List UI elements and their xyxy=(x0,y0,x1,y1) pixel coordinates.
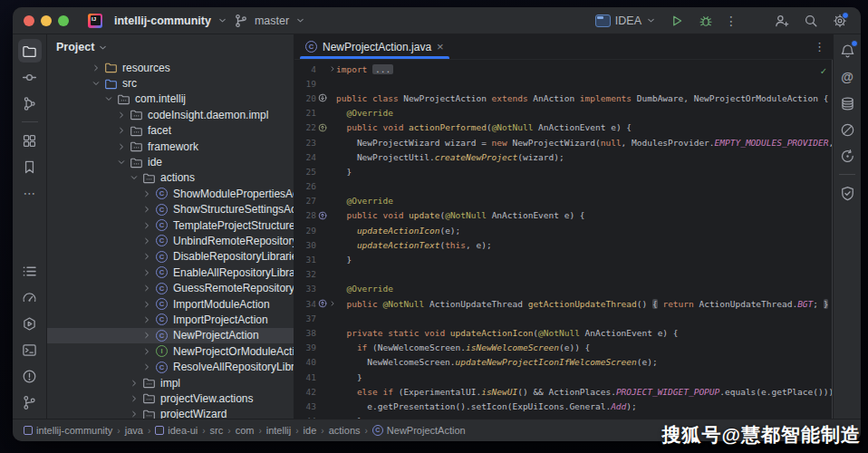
chevron-down-icon[interactable] xyxy=(91,78,101,89)
chevron-right-icon[interactable] xyxy=(116,141,127,152)
maximize-window-button[interactable] xyxy=(58,15,69,26)
debug-button[interactable] xyxy=(696,11,716,31)
trusted-shield-tool-button[interactable] xyxy=(835,181,859,205)
breadcrumb-item-intellij[interactable]: intellij xyxy=(266,425,292,436)
project-panel-header[interactable]: Project xyxy=(47,34,294,60)
vcs-graph-tool-button[interactable] xyxy=(18,92,42,115)
chevron-right-icon[interactable] xyxy=(141,251,152,262)
fold-chevron-icon[interactable] xyxy=(328,300,336,307)
chevron-right-icon[interactable] xyxy=(141,299,152,310)
chevron-right-icon[interactable] xyxy=(91,63,101,73)
tree-item-com-intellij[interactable]: com.intellij xyxy=(47,92,294,107)
todo-tool-button[interactable] xyxy=(18,259,42,283)
tab-newprojectaction-java[interactable]: C NewProjectAction.java × xyxy=(296,34,453,59)
chevron-right-icon[interactable] xyxy=(141,236,152,246)
chevron-down-icon[interactable] xyxy=(129,172,140,183)
commit-tool-button[interactable] xyxy=(18,65,42,89)
chevron-right-icon[interactable] xyxy=(129,409,140,419)
chevron-right-icon[interactable] xyxy=(116,110,127,120)
chevron-right-icon[interactable] xyxy=(141,361,152,372)
chevron-right-icon[interactable] xyxy=(141,283,152,294)
tree-item-importprojectaction[interactable]: CImportProjectAction xyxy=(47,312,294,327)
code-line-41[interactable]: 41 } xyxy=(294,370,833,384)
chevron-right-icon[interactable] xyxy=(141,220,152,231)
chevron-right-icon[interactable] xyxy=(141,204,152,215)
code-line-4[interactable]: 4import ... xyxy=(294,62,833,76)
more-tool-windows-tool-button[interactable]: ⋯ xyxy=(18,181,42,205)
breadcrumb-item-newprojectaction[interactable]: CNewProjectAction xyxy=(372,425,466,436)
code-line-23[interactable]: 23 NewProjectWizard wizard = new NewProj… xyxy=(294,135,833,149)
tree-item-newprojectormoduleaction[interactable]: INewProjectOrModuleAction xyxy=(47,343,294,359)
code-line-39[interactable]: 39 if (NewWelcomeScreen.isNewWelcomeScre… xyxy=(294,341,833,355)
tree-item-resolveallrepositorylibrarie[interactable]: CResolveAllRepositoryLibrarie xyxy=(47,359,294,374)
minimize-window-button[interactable] xyxy=(41,15,52,26)
code-line-40[interactable]: 40 NewWelcomeScreen.updateNewProjectIcon… xyxy=(294,355,833,370)
more-vertical-icon[interactable]: ⋮ xyxy=(814,40,825,53)
services-tool-button[interactable] xyxy=(18,312,42,335)
class-gutter-icon[interactable] xyxy=(318,93,327,102)
chevron-right-icon[interactable] xyxy=(141,314,152,325)
add-person-icon[interactable] xyxy=(772,11,792,31)
code-line-25[interactable]: 25 } xyxy=(294,164,833,178)
chevron-right-icon[interactable] xyxy=(129,393,140,404)
code-line-33[interactable]: 33 @Override xyxy=(294,282,833,296)
code-line-21[interactable]: 21 @Override xyxy=(294,106,833,120)
tree-item-showmodulepropertiesactio[interactable]: CShowModulePropertiesActio xyxy=(47,186,294,201)
code-line-42[interactable]: 42 else if (ExperimentalUI.isNewUI() && … xyxy=(294,384,833,399)
code-line-26[interactable]: 26 xyxy=(294,179,833,194)
tree-item-enableallrepositorylibraries[interactable]: CEnableAllRepositoryLibraries xyxy=(47,265,294,280)
no-entry-tool-tool-button[interactable] xyxy=(835,118,859,141)
chevron-down-icon[interactable] xyxy=(98,43,108,53)
override-gutter-icon[interactable] xyxy=(318,299,327,308)
code-line-20[interactable]: 20public class NewProjectAction extends … xyxy=(294,91,833,105)
code-line-44[interactable]: 44 } xyxy=(294,414,833,419)
breadcrumb-item-actions[interactable]: actions xyxy=(329,425,361,436)
editor-scrollbar[interactable] xyxy=(832,60,833,419)
project-switcher[interactable]: intellij-community xyxy=(114,14,211,27)
chevron-right-icon[interactable] xyxy=(141,346,152,357)
bookmarks-tool-button[interactable] xyxy=(18,155,42,178)
tree-item-importmoduleaction[interactable]: CImportModuleAction xyxy=(47,296,294,312)
tree-item-projectview-actions[interactable]: projectView.actions xyxy=(47,390,294,406)
close-icon[interactable]: × xyxy=(437,42,444,53)
run-button[interactable] xyxy=(667,11,687,31)
database-tool-button[interactable] xyxy=(835,92,859,115)
code-line-19[interactable]: 19 xyxy=(294,76,833,91)
chevron-right-icon[interactable] xyxy=(141,330,152,341)
run-configuration-widget[interactable]: IDEA xyxy=(595,14,656,27)
settings-icon[interactable] xyxy=(830,11,850,31)
search-icon[interactable] xyxy=(801,11,821,31)
ai-assistant-tool-button[interactable]: @ xyxy=(835,65,859,89)
branch-switcher[interactable]: master xyxy=(255,14,289,27)
chevron-down-icon[interactable] xyxy=(103,93,114,104)
breadcrumb-item-intellij-community[interactable]: intellij-community xyxy=(24,425,112,436)
structure-tool-button[interactable] xyxy=(18,129,42,152)
code-editor[interactable]: ✓ 4import ...1920public class NewProject… xyxy=(294,60,833,419)
inspection-status-icon[interactable]: ✓ xyxy=(820,65,826,77)
tree-item-guessremoterepositoryforb[interactable]: CGuessRemoteRepositoryForB xyxy=(47,280,294,295)
chevron-down-icon[interactable] xyxy=(116,157,127,168)
tree-item-resources[interactable]: resources xyxy=(47,60,294,75)
chevron-down-icon[interactable] xyxy=(217,15,227,25)
code-line-34[interactable]: 34 public @NotNull ActionUpdateThread ge… xyxy=(294,296,833,311)
git-tool-button[interactable] xyxy=(18,390,42,414)
code-line-30[interactable]: 30 updateActionText(this, e); xyxy=(294,237,833,252)
code-line-37[interactable]: 37 xyxy=(294,311,833,325)
override-gutter-icon[interactable] xyxy=(318,211,327,220)
more-vertical-icon[interactable]: ⋮ xyxy=(725,14,738,27)
chevron-right-icon[interactable] xyxy=(116,125,127,136)
tree-item-facet[interactable]: facet xyxy=(47,123,294,139)
code-line-29[interactable]: 29 updateActionIcon(e); xyxy=(294,223,833,237)
code-line-22[interactable]: 22 public void actionPerformed(@NotNull … xyxy=(294,120,833,135)
chevron-right-icon[interactable] xyxy=(129,378,140,389)
close-window-button[interactable] xyxy=(24,15,34,26)
project-tool-button[interactable] xyxy=(18,39,42,63)
override-gutter-icon[interactable] xyxy=(318,123,327,132)
code-line-32[interactable]: 32 xyxy=(294,267,833,282)
fold-chevron-icon[interactable] xyxy=(328,65,336,72)
chevron-down-icon[interactable] xyxy=(295,15,305,25)
tree-item-newprojectaction[interactable]: CNewProjectAction xyxy=(47,328,294,343)
breadcrumb-item-com[interactable]: com xyxy=(236,425,255,436)
tree-item-disablerepositorylibrariessh[interactable]: CDisableRepositoryLibrariesSh xyxy=(47,249,294,265)
code-line-38[interactable]: 38 private static void updateActionIcon(… xyxy=(294,325,833,340)
